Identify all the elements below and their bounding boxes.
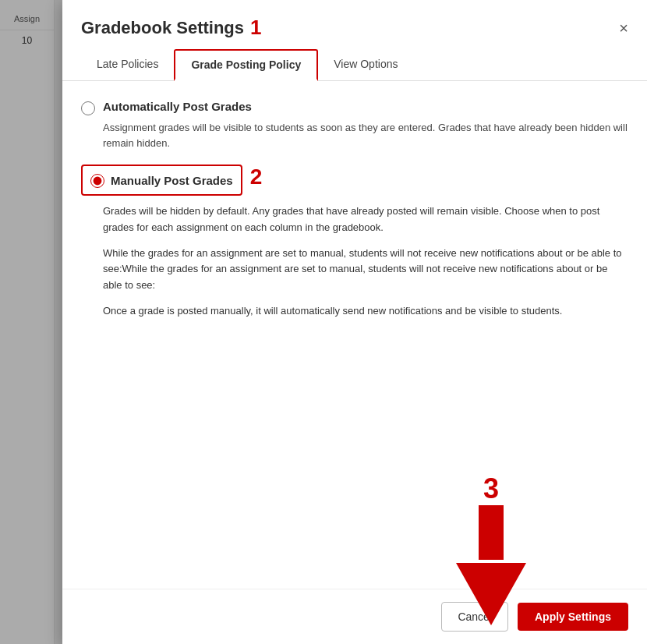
tab-view-options[interactable]: View Options — [318, 49, 413, 81]
tab-grade-posting[interactable]: Grade Posting Policy — [174, 49, 318, 81]
apply-settings-button[interactable]: Apply Settings — [518, 603, 628, 631]
auto-post-label: Automatically Post Grades — [103, 100, 252, 113]
annotation-1: 1 — [250, 16, 261, 40]
manual-post-desc2: While the grades for an assignment are s… — [103, 246, 628, 294]
manual-post-footer-text: Once a grade is posted manually, it will… — [103, 303, 628, 320]
arrow-annotation: 3 — [456, 472, 526, 625]
auto-post-description: Assignment grades will be visible to stu… — [103, 120, 628, 150]
close-button[interactable]: × — [619, 20, 628, 36]
modal-header: Gradebook Settings 1 × — [62, 0, 647, 40]
manual-post-section: Manually Post Grades 2 Grades will be hi… — [81, 165, 628, 320]
manual-post-option: Manually Post Grades 2 — [81, 165, 628, 199]
auto-post-option: Automatically Post Grades — [81, 100, 628, 115]
manual-post-radio[interactable] — [90, 174, 104, 188]
modal-footer: 3 Cancel Apply Settings — [62, 589, 647, 644]
manual-post-label: Manually Post Grades — [111, 174, 233, 187]
modal-body: Automatically Post Grades Assignment gra… — [62, 81, 647, 589]
annotation-3: 3 — [483, 472, 499, 505]
annotation-2: 2 — [250, 165, 263, 189]
modal-overlay: Gradebook Settings 1 × Late Policies Gra… — [0, 0, 647, 644]
tab-late-policies[interactable]: Late Policies — [81, 49, 174, 81]
manual-label-wrapper: Manually Post Grades — [90, 172, 233, 188]
tab-bar: Late Policies Grade Posting Policy View … — [62, 49, 647, 81]
auto-post-section: Automatically Post Grades Assignment gra… — [81, 100, 628, 150]
manual-post-desc1: Grades will be hidden by default. Any gr… — [103, 203, 628, 236]
auto-post-radio[interactable] — [81, 101, 95, 115]
header-row: Gradebook Settings 1 — [81, 16, 262, 40]
modal-title: Gradebook Settings — [81, 18, 244, 38]
arrow-shaft — [479, 505, 504, 560]
arrow-head — [456, 563, 526, 625]
modal-dialog: Gradebook Settings 1 × Late Policies Gra… — [62, 0, 647, 644]
manual-post-box: Manually Post Grades — [81, 165, 242, 196]
